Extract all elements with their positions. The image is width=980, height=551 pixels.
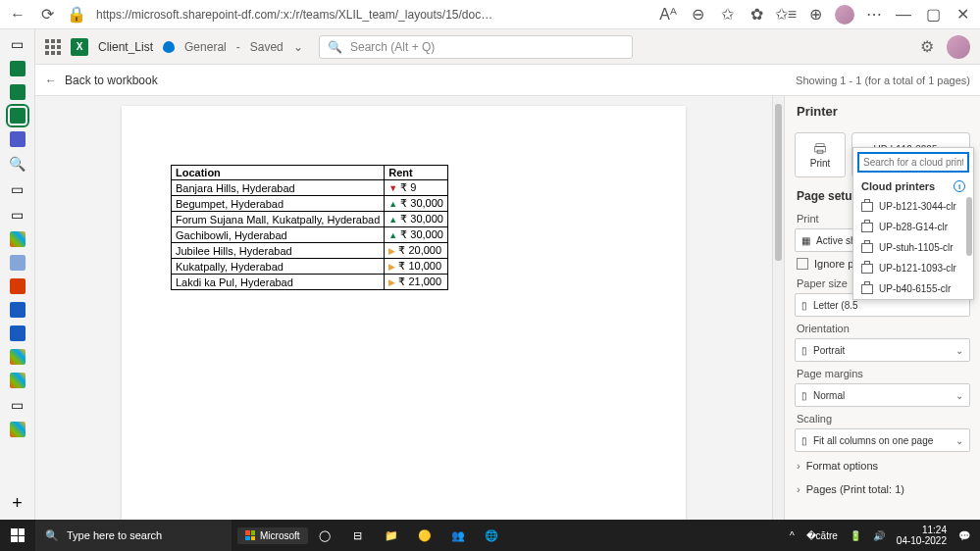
tray-expand-icon[interactable]: ^ [790, 530, 795, 541]
clock[interactable]: 11:24 04-10-2022 [897, 525, 947, 546]
minimize-button[interactable]: — [894, 5, 913, 25]
scaling-icon: ▯ [801, 435, 807, 446]
excel-shortcut-2[interactable] [10, 84, 26, 100]
collections-icon[interactable]: ⊕ [805, 5, 825, 25]
popup-scrollbar[interactable] [966, 197, 972, 295]
more-button[interactable]: ⋯ [864, 5, 884, 25]
back-button[interactable]: ← [8, 5, 27, 25]
ms-tile-1[interactable] [10, 231, 26, 247]
cloud-printer-item[interactable]: UP-stuh-1105-clr [853, 237, 973, 258]
document-name[interactable]: Client_List [98, 40, 153, 54]
refresh-button[interactable]: ⟳ [37, 5, 57, 25]
cell-rent: ▶ ₹ 20,000 [385, 243, 448, 259]
task-view-button[interactable]: ◯ [308, 520, 341, 551]
table-row: Begumpet, Hyderabad▲ ₹ 30,000 [172, 196, 448, 212]
margins-select[interactable]: ▯Normal ⌄ [795, 383, 970, 407]
scrollbar-thumb[interactable] [966, 197, 972, 256]
page-count-label: Showing 1 - 1 (for a total of 1 pages) [796, 75, 970, 86]
margins-label: Page margins [785, 364, 980, 381]
excel-shortcut-1[interactable] [10, 61, 26, 76]
scrollbar-thumb[interactable] [775, 104, 782, 261]
chevron-down-icon[interactable]: ⌄ [293, 40, 303, 54]
url-bar[interactable]: https://microsoft.sharepoint-df.com/:x:/… [96, 8, 498, 22]
search-icon[interactable]: 🔍 [9, 155, 26, 173]
teams-icon[interactable]: 👥 [441, 520, 475, 551]
ms-tile-2[interactable] [10, 349, 26, 365]
teams-shortcut[interactable] [10, 131, 26, 147]
favorite-icon[interactable]: ✩ [717, 5, 737, 25]
battery-icon[interactable]: 🔋 [850, 530, 861, 541]
generic-icon[interactable]: ▭ [9, 396, 26, 414]
sensitivity-icon[interactable] [163, 41, 175, 53]
volume-icon[interactable]: 🔊 [873, 530, 885, 541]
table-row: Kukatpally, Hyderabad▶ ₹ 10,000 [172, 259, 448, 275]
pages-expander[interactable]: ›Pages (Print total: 1) [785, 477, 980, 501]
cell-location: Gachibowli, Hyderabad [172, 227, 385, 243]
orientation-value: Portrait [813, 345, 845, 356]
printer-name: UP-b28-G14-clr [879, 222, 948, 232]
cloud-printer-item[interactable]: UP-b121-1093-clr [853, 258, 973, 278]
print-preview-area[interactable]: LocationRentBanjara Hills, Hyderabad▼ ₹ … [35, 96, 772, 520]
scaling-select[interactable]: ▯Fit all columns on one page ⌄ [795, 428, 970, 452]
back-to-workbook-link[interactable]: Back to workbook [65, 74, 158, 87]
header-location: Location [172, 166, 385, 180]
search-box[interactable]: 🔍 Search (Alt + Q) [319, 35, 633, 59]
preview-scrollbar[interactable] [772, 96, 784, 520]
user-avatar[interactable] [947, 35, 970, 59]
edge-icon[interactable]: 🌐 [475, 520, 508, 551]
print-preview-bar: ← Back to workbook Showing 1 - 1 (for a … [35, 65, 980, 96]
printer-name: UP-b40-6155-clr [879, 283, 951, 294]
back-arrow-icon[interactable]: ← [45, 74, 57, 87]
app-launcher-icon[interactable] [45, 39, 61, 55]
printer-name: UP-stuh-1105-clr [879, 242, 954, 253]
printer-icon [861, 284, 873, 294]
chrome-icon[interactable]: 🟡 [408, 520, 441, 551]
printer-name: UP-b121-3044-clr [879, 201, 956, 212]
doc-icon[interactable]: ▭ [9, 180, 26, 198]
profile-avatar[interactable] [835, 5, 854, 25]
format-options-expander[interactable]: ›Format options [785, 454, 980, 477]
close-button[interactable]: ✕ [953, 5, 972, 25]
margins-icon: ▯ [801, 390, 807, 401]
doc-icon-2[interactable]: ▭ [9, 206, 26, 224]
cloud-printer-item[interactable]: UP-b28-G14-clr [853, 217, 973, 237]
start-button[interactable] [0, 520, 35, 551]
wifi-icon[interactable]: �către [806, 530, 838, 541]
favorites-bar-icon[interactable]: ✩≡ [776, 5, 796, 25]
ms-tile-4[interactable] [10, 422, 26, 437]
cell-location: Jubilee Hills, Hyderabad [172, 243, 385, 259]
file-explorer-icon[interactable]: 📁 [375, 520, 408, 551]
info-icon[interactable]: i [954, 180, 965, 192]
cell-location: Banjara Hills, Hyderabad [172, 180, 385, 196]
maximize-button[interactable]: ▢ [923, 5, 943, 25]
settings-icon[interactable]: ⚙ [917, 37, 937, 57]
cortana-button[interactable]: ⊟ [341, 520, 375, 551]
text-size-icon[interactable]: Aᴬ [658, 5, 678, 25]
cloud-printer-search[interactable] [858, 153, 968, 172]
print-button[interactable]: Print [795, 132, 846, 177]
microsoft-pill[interactable]: Microsoft [237, 527, 308, 544]
word-shortcut-dim[interactable] [10, 255, 26, 271]
cloud-printer-item[interactable]: UP-b121-3044-clr [853, 196, 973, 217]
office-shortcut[interactable] [10, 278, 26, 294]
ms-tile-3[interactable] [10, 373, 26, 388]
add-tab-button[interactable]: + [9, 494, 26, 512]
print-button-label: Print [810, 158, 831, 169]
taskbar-search[interactable]: 🔍 Type here to search [35, 520, 232, 551]
chevron-right-icon: › [797, 460, 800, 472]
cloud-printer-item[interactable]: UP-b40-6155-clr [853, 278, 973, 299]
orientation-label: Orientation [785, 319, 980, 336]
tab-actions-icon[interactable]: ▭ [9, 35, 26, 53]
excel-icon: X [71, 38, 88, 56]
cell-rent: ▼ ₹ 9 [385, 180, 448, 196]
notifications-icon[interactable]: 💬 [958, 530, 970, 541]
word-shortcut-2[interactable] [10, 326, 26, 341]
extensions-icon[interactable]: ✿ [747, 5, 766, 25]
orientation-select[interactable]: ▯Portrait ⌄ [795, 338, 970, 362]
excel-shortcut-active[interactable] [10, 108, 26, 124]
zoom-icon[interactable]: ⊖ [688, 5, 707, 25]
word-shortcut-1[interactable] [10, 302, 26, 318]
svg-rect-1 [815, 146, 826, 151]
chevron-down-icon: ⌄ [955, 345, 963, 356]
ignore-label: Ignore pr [814, 258, 857, 270]
